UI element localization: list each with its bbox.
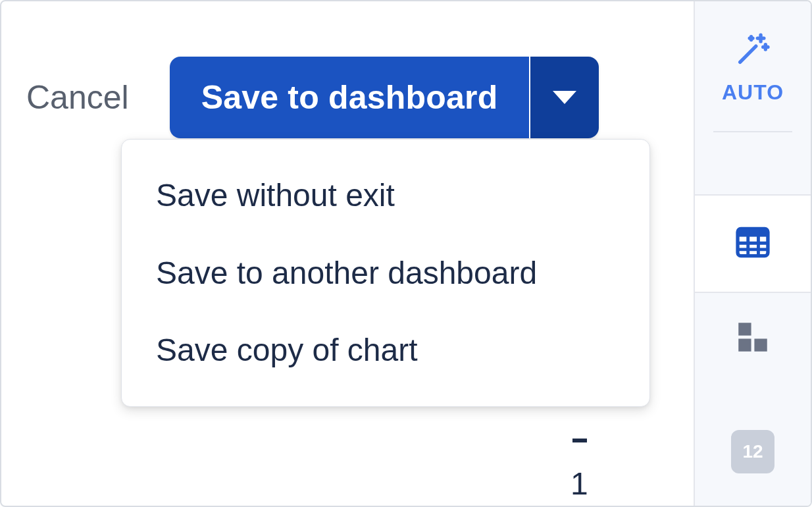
background-partial-number: 1 <box>571 466 588 502</box>
svg-line-0 <box>740 46 756 62</box>
save-split-button: Save to dashboard <box>170 57 599 138</box>
number-tile-label: 12 <box>742 441 763 462</box>
rail-bottom-section: 12 <box>695 293 811 506</box>
menu-item-save-copy-of-chart[interactable]: Save copy of chart <box>122 311 649 389</box>
table-icon <box>734 223 772 264</box>
magic-wand-icon <box>734 30 772 71</box>
right-rail: AUTO 12 <box>694 1 811 506</box>
svg-rect-14 <box>738 338 751 351</box>
caret-down-icon <box>553 91 576 104</box>
main-content-area: Cancel Save to dashboard 1 Save without … <box>1 1 694 506</box>
number-view-button[interactable]: 12 <box>731 430 774 473</box>
menu-item-save-to-another-dashboard[interactable]: Save to another dashboard <box>122 234 649 312</box>
svg-rect-8 <box>738 228 768 236</box>
toolbar: Cancel Save to dashboard <box>26 57 599 138</box>
rail-divider <box>713 131 792 132</box>
svg-rect-13 <box>738 323 751 335</box>
save-dropdown-menu: Save without exit Save to another dashbo… <box>121 139 650 407</box>
menu-item-save-without-exit[interactable]: Save without exit <box>122 157 649 234</box>
pivot-view-button[interactable] <box>734 318 772 359</box>
save-to-dashboard-button[interactable]: Save to dashboard <box>170 57 530 138</box>
table-view-button[interactable] <box>695 194 811 293</box>
auto-format-button[interactable]: AUTO <box>722 30 784 131</box>
auto-label: AUTO <box>722 80 784 105</box>
cancel-button[interactable]: Cancel <box>26 80 129 116</box>
svg-rect-15 <box>754 338 767 351</box>
rail-top-section: AUTO <box>695 1 811 132</box>
background-mark <box>572 439 587 442</box>
save-dropdown-toggle[interactable] <box>530 57 599 138</box>
